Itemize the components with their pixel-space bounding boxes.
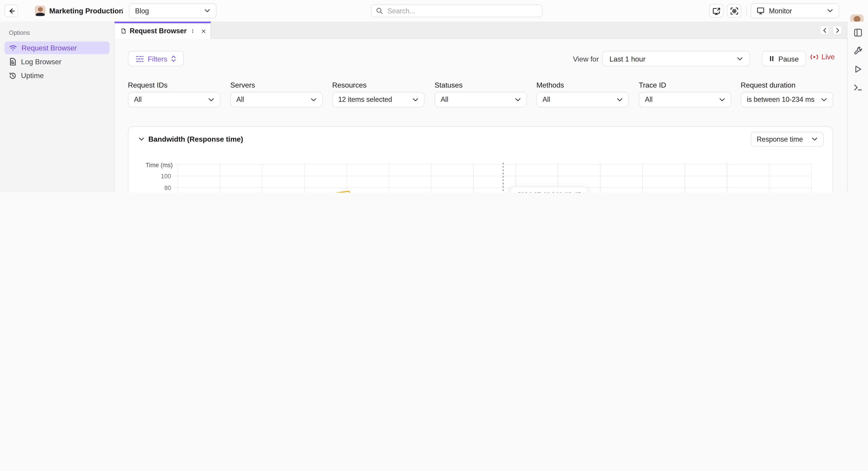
tab-request-browser[interactable]: Request Browser (115, 22, 211, 39)
scan-view-button[interactable] (727, 4, 741, 18)
live-indicator: Live (810, 53, 835, 61)
filter-select-value: All (134, 96, 208, 104)
tab-menu-icon[interactable] (191, 28, 195, 34)
live-icon (810, 53, 819, 60)
open-external-display-button[interactable] (709, 4, 723, 18)
back-button[interactable] (4, 4, 18, 17)
filter-select-4[interactable]: All (536, 92, 629, 108)
wrench-icon[interactable] (853, 47, 862, 55)
file-icon (121, 27, 126, 35)
chevron-right-icon (835, 27, 839, 33)
chart-title-row[interactable]: Bandwidth (Response time) (138, 135, 243, 143)
tab-close-icon[interactable] (202, 28, 206, 34)
y-tick-label: 100 (161, 173, 171, 180)
live-label: Live (822, 53, 835, 61)
chevron-left-icon (822, 27, 827, 33)
filter-select-value: is between 10-234 ms (747, 96, 821, 104)
project-select[interactable]: Blog (129, 3, 217, 18)
scan-eye-icon (730, 7, 738, 15)
filter-label-5: Trace ID (639, 81, 666, 89)
chevron-up-down-icon (171, 55, 176, 62)
search-icon (376, 7, 383, 14)
time-range-value: Last 1 hour (610, 55, 737, 63)
document-icon (9, 57, 17, 66)
workspace-avatar (35, 5, 45, 16)
filter-label-2: Resources (332, 81, 366, 89)
filter-select-6[interactable]: is between 10-234 ms (741, 92, 833, 108)
chevron-down-icon (617, 98, 623, 101)
panels-icon[interactable] (853, 28, 862, 37)
sidebar-item-label: Log Browser (21, 57, 61, 66)
sidebar-item-request-browser[interactable]: Request Browser (4, 41, 110, 54)
filters-button-label: Filters (148, 55, 167, 63)
tooltip-title: 2024-07-19 / 10:08:45 (518, 191, 581, 193)
chevron-down-icon (827, 9, 833, 13)
topbar-divider (746, 6, 747, 16)
filter-select-value: All (542, 96, 617, 104)
tab-next-button[interactable] (833, 26, 842, 35)
filter-label-1: Servers (230, 81, 255, 89)
mode-select[interactable]: Monitor (751, 3, 839, 18)
app-window: Marketing Production / Blog Monitor Opti… (0, 0, 868, 193)
filter-label-4: Methods (536, 81, 564, 89)
breadcrumb-workspace: Marketing Production (49, 6, 123, 15)
bandwidth-panel: Bandwidth (Response time) Response time … (128, 126, 833, 193)
chart-tooltip: 2024-07-19 / 10:08:45 5xx errors 46% (510, 186, 588, 193)
sidebar-item-uptime[interactable]: Uptime (4, 69, 110, 82)
collapse-chevron-icon (138, 137, 145, 141)
time-range-select[interactable]: Last 1 hour (602, 51, 750, 66)
view-for-label: View for (573, 55, 599, 63)
chevron-down-icon (737, 57, 743, 61)
filter-label-3: Statuses (434, 81, 463, 89)
chevron-down-icon (515, 98, 521, 101)
tab-label: Request Browser (130, 27, 187, 35)
tab-bar: Request Browser (115, 22, 847, 39)
series-4xx-errors (195, 192, 811, 193)
search-box[interactable] (371, 4, 542, 17)
chevron-down-icon (412, 98, 418, 101)
y-axis-label: Time (ms) (146, 162, 173, 169)
sidebar-item-log-browser[interactable]: Log Browser (4, 55, 110, 68)
chevron-down-icon (208, 98, 214, 101)
history-icon (9, 72, 17, 80)
arrow-left-icon (7, 7, 15, 15)
chevron-down-icon (311, 98, 317, 101)
metric-select-value: Response time (757, 135, 811, 143)
pause-button[interactable]: Pause (762, 51, 806, 66)
pause-button-label: Pause (778, 55, 799, 63)
filter-select-value: All (645, 96, 719, 104)
run-icon[interactable] (853, 65, 862, 73)
metric-select[interactable]: Response time (751, 132, 824, 147)
filter-select-5[interactable]: All (639, 92, 731, 108)
tab-prev-button[interactable] (820, 26, 829, 35)
top-bar: Marketing Production / Blog Monitor (0, 0, 868, 22)
chevron-down-icon (719, 98, 725, 101)
filters-button[interactable]: Filters (128, 51, 184, 66)
sidebar-item-label: Request Browser (22, 44, 77, 52)
filter-select-value: All (237, 96, 311, 104)
bandwidth-chart-svg[interactable]: 10:0010:0110:0210:0310:0410:0510:0610:07… (128, 158, 834, 193)
filter-select-3[interactable]: All (434, 92, 527, 108)
filter-select-1[interactable]: All (230, 92, 323, 108)
wifi-icon (9, 45, 17, 52)
sidebar: Options Request Browser Log Browser Upti… (0, 22, 115, 193)
chart-title: Bandwidth (Response time) (148, 135, 243, 143)
filter-label-6: Request duration (741, 81, 796, 89)
monitor-share-icon (712, 7, 721, 15)
filter-select-value: All (440, 96, 515, 104)
filter-select-value: 12 items selected (338, 96, 412, 104)
mode-select-value: Monitor (769, 7, 823, 15)
terminal-icon[interactable] (853, 83, 862, 92)
filter-select-2[interactable]: 12 items selected (332, 92, 425, 108)
project-select-value: Blog (135, 7, 204, 15)
y-tick-label: 80 (164, 185, 171, 192)
filter-select-0[interactable]: All (128, 92, 220, 108)
search-input[interactable] (386, 6, 537, 15)
chevron-down-icon (821, 98, 827, 101)
chevron-down-icon (204, 9, 211, 13)
pause-icon (769, 55, 774, 62)
breadcrumb-separator: / (121, 6, 123, 15)
sidebar-item-label: Uptime (21, 71, 44, 80)
right-rail (847, 22, 868, 193)
filters-icon (135, 55, 144, 62)
